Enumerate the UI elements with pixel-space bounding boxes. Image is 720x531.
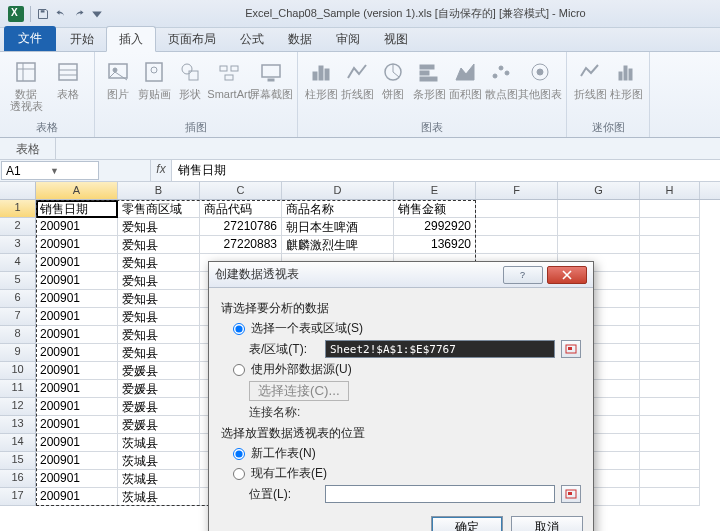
opt-select-range[interactable]: 选择一个表或区域(S)	[233, 320, 581, 337]
range-input[interactable]	[325, 340, 555, 358]
name-box[interactable]: A1▼	[1, 161, 99, 180]
cell[interactable]: 零售商区域	[118, 200, 200, 218]
cell[interactable]: 销售日期	[36, 200, 118, 218]
row-header[interactable]: 1	[0, 200, 36, 218]
col-header-F[interactable]: F	[476, 182, 558, 199]
cell[interactable]	[640, 380, 700, 398]
tab-data[interactable]: 数据	[276, 27, 324, 51]
sparkline-line-button[interactable]: 折线图	[573, 56, 607, 102]
clipart-button[interactable]: 剪贴画	[137, 56, 171, 102]
cell[interactable]: 爱媛县	[118, 380, 200, 398]
cell[interactable]	[558, 236, 640, 254]
col-header-E[interactable]: E	[394, 182, 476, 199]
cell[interactable]: 200901	[36, 254, 118, 272]
col-header-D[interactable]: D	[282, 182, 394, 199]
cell[interactable]: 27220883	[200, 236, 282, 254]
other-chart-button[interactable]: 其他图表	[520, 56, 560, 102]
col-header-C[interactable]: C	[200, 182, 282, 199]
formula-input[interactable]: 销售日期	[172, 160, 720, 181]
cell[interactable]: 2992920	[394, 218, 476, 236]
row-header[interactable]: 13	[0, 416, 36, 434]
cell[interactable]: 朝日本生啤酒	[282, 218, 394, 236]
cell[interactable]: 爱知县	[118, 254, 200, 272]
cell[interactable]: 136920	[394, 236, 476, 254]
row-header[interactable]: 14	[0, 434, 36, 452]
sparkline-column-button[interactable]: 柱形图	[609, 56, 643, 102]
row-header[interactable]: 6	[0, 290, 36, 308]
table-row[interactable]: 1销售日期零售商区域商品代码商品名称销售金额	[0, 200, 720, 218]
row-header[interactable]: 17	[0, 488, 36, 506]
picture-button[interactable]: 图片	[101, 56, 135, 102]
table-row[interactable]: 3200901爱知县27220883麒麟激烈生啤136920	[0, 236, 720, 254]
tab-file[interactable]: 文件	[4, 26, 56, 51]
cell[interactable]: 200901	[36, 470, 118, 488]
tab-layout[interactable]: 页面布局	[156, 27, 228, 51]
cell[interactable]: 200901	[36, 218, 118, 236]
cell[interactable]	[640, 416, 700, 434]
column-chart-button[interactable]: 柱形图	[304, 56, 338, 102]
cell[interactable]	[640, 398, 700, 416]
cell[interactable]	[640, 326, 700, 344]
col-header-A[interactable]: A	[36, 182, 118, 199]
cell[interactable]	[640, 236, 700, 254]
row-header[interactable]: 4	[0, 254, 36, 272]
cell[interactable]: 爱媛县	[118, 398, 200, 416]
tab-home[interactable]: 开始	[58, 27, 106, 51]
cell[interactable]: 爱媛县	[118, 416, 200, 434]
cell[interactable]	[640, 272, 700, 290]
cell[interactable]: 爱知县	[118, 290, 200, 308]
row-header[interactable]: 2	[0, 218, 36, 236]
cell[interactable]: 销售金额	[394, 200, 476, 218]
tab-view[interactable]: 视图	[372, 27, 420, 51]
cell[interactable]: 爱知县	[118, 218, 200, 236]
location-ref-button[interactable]	[561, 485, 581, 503]
scatter-chart-button[interactable]: 散点图	[484, 56, 518, 102]
screenshot-button[interactable]: 屏幕截图	[251, 56, 291, 102]
cell[interactable]	[640, 488, 700, 506]
col-header-H[interactable]: H	[640, 182, 700, 199]
cell[interactable]: 200901	[36, 488, 118, 506]
cell[interactable]	[640, 200, 700, 218]
cell[interactable]	[640, 452, 700, 470]
shapes-button[interactable]: 形状	[173, 56, 207, 102]
cell[interactable]: 200901	[36, 398, 118, 416]
chevron-down-icon[interactable]: ▼	[50, 166, 94, 176]
cell[interactable]	[640, 362, 700, 380]
select-all-corner[interactable]	[0, 182, 36, 199]
row-header[interactable]: 9	[0, 344, 36, 362]
cell[interactable]: 200901	[36, 308, 118, 326]
cell[interactable]: 200901	[36, 416, 118, 434]
cell[interactable]: 爱知县	[118, 326, 200, 344]
table-button[interactable]: 表格	[48, 56, 88, 102]
range-ref-button[interactable]	[561, 340, 581, 358]
dialog-titlebar[interactable]: 创建数据透视表 ?	[209, 262, 593, 288]
cell[interactable]: 200901	[36, 236, 118, 254]
cell[interactable]: 200901	[36, 380, 118, 398]
close-button[interactable]	[547, 266, 587, 284]
location-input[interactable]	[325, 485, 555, 503]
cell[interactable]: 爱媛县	[118, 362, 200, 380]
cell[interactable]: 茨城县	[118, 470, 200, 488]
help-button[interactable]: ?	[503, 266, 543, 284]
cell[interactable]: 200901	[36, 452, 118, 470]
row-header[interactable]: 15	[0, 452, 36, 470]
col-header-G[interactable]: G	[558, 182, 640, 199]
cell[interactable]: 麒麟激烈生啤	[282, 236, 394, 254]
tab-insert[interactable]: 插入	[106, 26, 156, 52]
line-chart-button[interactable]: 折线图	[340, 56, 374, 102]
cell[interactable]: 27210786	[200, 218, 282, 236]
fx-button[interactable]: fx	[150, 160, 172, 181]
cancel-button[interactable]: 取消	[511, 516, 583, 531]
area-chart-button[interactable]: 面积图	[448, 56, 482, 102]
tab-review[interactable]: 审阅	[324, 27, 372, 51]
row-header[interactable]: 11	[0, 380, 36, 398]
row-header[interactable]: 7	[0, 308, 36, 326]
tab-formulas[interactable]: 公式	[228, 27, 276, 51]
row-header[interactable]: 3	[0, 236, 36, 254]
cell[interactable]: 爱知县	[118, 308, 200, 326]
bar-chart-button[interactable]: 条形图	[412, 56, 446, 102]
cell[interactable]: 200901	[36, 362, 118, 380]
cell[interactable]: 茨城县	[118, 488, 200, 506]
ok-button[interactable]: 确定	[431, 516, 503, 531]
cell[interactable]: 200901	[36, 326, 118, 344]
